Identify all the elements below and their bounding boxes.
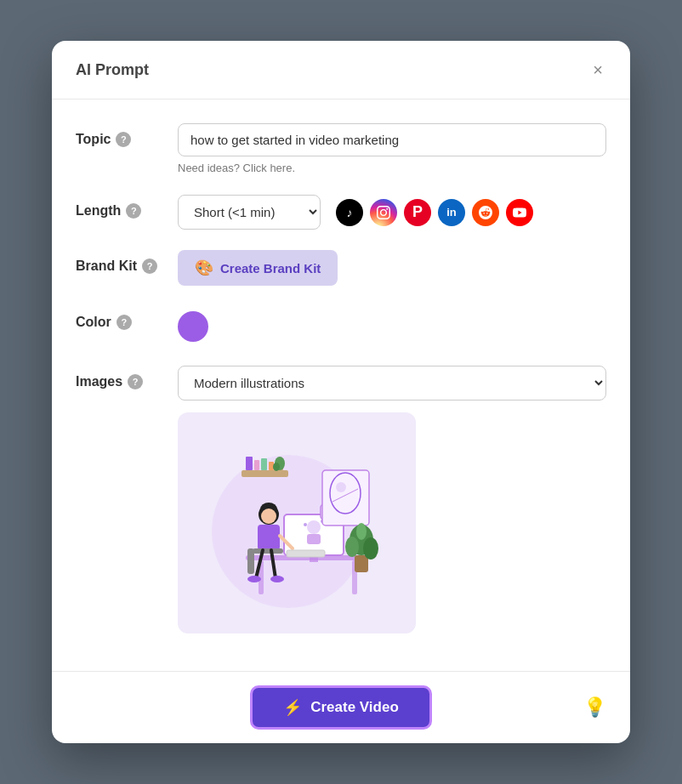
pinterest-icon[interactable]: P xyxy=(404,199,431,226)
svg-point-6 xyxy=(307,520,321,534)
svg-rect-27 xyxy=(246,457,253,470)
brand-kit-label: Brand Kit ? xyxy=(76,250,178,274)
svg-rect-25 xyxy=(287,550,325,557)
color-control xyxy=(178,306,606,345)
topic-control: Need ideas? Click here. xyxy=(178,123,606,174)
modal-footer: ⚡ Create Video 💡 xyxy=(52,671,630,743)
length-label: Length ? xyxy=(76,195,178,219)
svg-point-33 xyxy=(273,463,280,471)
svg-point-36 xyxy=(336,482,346,492)
svg-rect-7 xyxy=(307,534,321,544)
svg-point-23 xyxy=(247,576,261,582)
reddit-icon[interactable] xyxy=(472,199,499,226)
modal: AI Prompt × Topic ? Need ideas? Click he… xyxy=(52,41,630,743)
linkedin-icon[interactable]: in xyxy=(438,199,465,226)
palette-icon: 🎨 xyxy=(195,258,213,277)
images-control: Modern illustrations Photos Abstract Min… xyxy=(178,366,606,633)
instagram-icon[interactable] xyxy=(370,199,397,226)
svg-rect-29 xyxy=(261,458,267,470)
color-picker-button[interactable] xyxy=(178,311,208,342)
images-help-icon[interactable]: ? xyxy=(128,374,143,389)
close-button[interactable]: × xyxy=(589,58,606,82)
topic-row: Topic ? Need ideas? Click here. xyxy=(76,123,606,174)
svg-point-24 xyxy=(270,576,284,582)
svg-rect-34 xyxy=(322,470,369,526)
svg-point-16 xyxy=(261,508,276,524)
svg-rect-19 xyxy=(253,548,283,554)
svg-rect-28 xyxy=(254,460,259,470)
topic-input[interactable] xyxy=(178,123,606,156)
lightbulb-icon[interactable]: 💡 xyxy=(583,696,606,719)
illustration-preview xyxy=(178,412,416,633)
youtube-icon[interactable] xyxy=(506,199,533,226)
images-label: Images ? xyxy=(76,366,178,389)
color-help-icon[interactable]: ? xyxy=(117,315,132,330)
create-brand-kit-button[interactable]: 🎨 Create Brand Kit xyxy=(178,250,338,286)
svg-rect-38 xyxy=(355,555,368,572)
need-ideas-link[interactable]: Need ideas? Click here. xyxy=(178,162,606,174)
color-label: Color ? xyxy=(76,306,178,330)
images-row: Images ? Modern illustrations Photos Abs… xyxy=(76,366,606,633)
length-control: Short (<1 min) Medium (1-3 min) Long (3+… xyxy=(178,195,606,230)
length-select[interactable]: Short (<1 min) Medium (1-3 min) Long (3+… xyxy=(178,195,321,230)
svg-point-42 xyxy=(356,523,367,540)
modal-title: AI Prompt xyxy=(76,61,149,79)
brand-kit-row: Brand Kit ? 🎨 Create Brand Kit xyxy=(76,250,606,286)
length-row: Length ? Short (<1 min) Medium (1-3 min)… xyxy=(76,195,606,230)
color-row: Color ? xyxy=(76,306,606,345)
svg-point-41 xyxy=(363,537,378,560)
svg-rect-26 xyxy=(242,470,288,477)
length-row-controls: Short (<1 min) Medium (1-3 min) Long (3+… xyxy=(178,195,606,230)
tiktok-icon[interactable]: ♪ xyxy=(336,199,363,226)
modal-body: Topic ? Need ideas? Click here. Length ?… xyxy=(52,99,630,671)
modal-header: AI Prompt × xyxy=(52,41,630,99)
brand-kit-help-icon[interactable]: ? xyxy=(142,258,157,274)
svg-point-40 xyxy=(345,537,359,557)
topic-label: Topic ? xyxy=(76,123,178,147)
topic-help-icon[interactable]: ? xyxy=(116,132,131,147)
svg-rect-17 xyxy=(258,525,280,550)
bolt-icon: ⚡ xyxy=(283,698,302,717)
svg-rect-20 xyxy=(247,548,254,574)
social-icons: ♪ P in xyxy=(336,199,533,226)
create-video-button[interactable]: ⚡ Create Video xyxy=(250,685,432,730)
images-select[interactable]: Modern illustrations Photos Abstract Min… xyxy=(178,366,606,401)
svg-point-8 xyxy=(304,523,307,526)
length-help-icon[interactable]: ? xyxy=(126,203,141,219)
brand-kit-control: 🎨 Create Brand Kit xyxy=(178,250,606,286)
